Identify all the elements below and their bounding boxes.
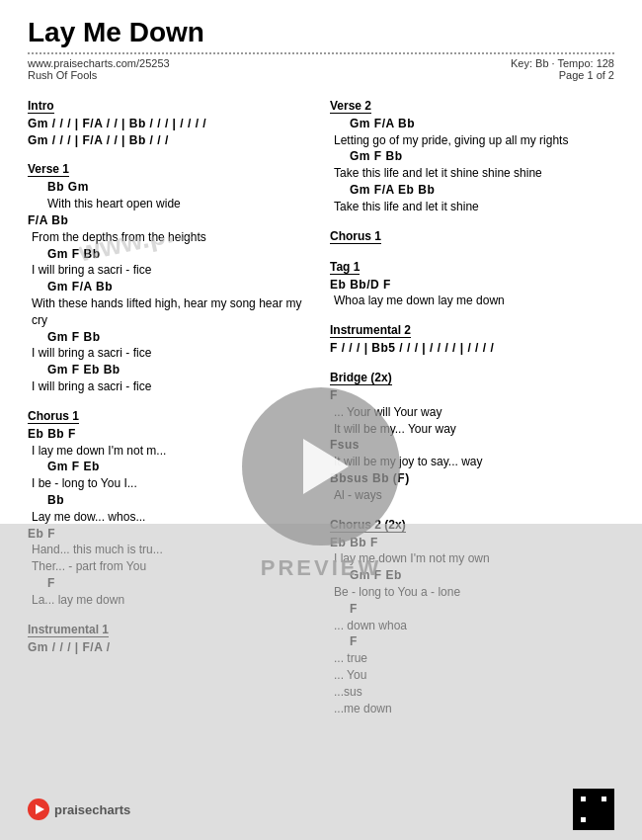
bridge-chord-1: F [330, 387, 614, 404]
ch2-lyric-4: ... true [330, 650, 614, 667]
footer-play-button[interactable] [28, 798, 49, 820]
section-bridge: Bridge (2x) F ... Your will Your way It … [330, 363, 614, 504]
section-verse2: Verse 2 Gm F/A Bb Letting go of my pride… [330, 91, 614, 215]
section-verse1: Verse 1 Bb Gm With this heart open wide … [28, 154, 312, 394]
bridge-lyric-1: ... Your will Your way [330, 404, 614, 421]
bridge-lyric-3: It will be my joy to say... way [330, 454, 614, 470]
verse1-title: Verse 1 [28, 162, 69, 177]
inst1-title: Instrumental 1 [28, 623, 109, 637]
intro-title: Intro [28, 99, 54, 114]
ch2-lyric-7: ...me down [330, 701, 614, 717]
v2-lyric-2: Take this life and let it shine shine sh… [330, 165, 614, 182]
meta-row: www.praisecharts.com/25253 Rush Of Fools… [28, 57, 614, 81]
tag1-title: Tag 1 [330, 260, 360, 275]
v2-lyric-3: Take this life and let it shine [330, 199, 614, 215]
ch1-lyric-1: I lay me down I'm not m... [28, 443, 312, 460]
inst2-title: Instrumental 2 [330, 323, 411, 338]
ch1-lyric-4: Hand... this much is tru... [28, 542, 312, 558]
section-instrumental2: Instrumental 2 F / / / | Bb5 / / / | / /… [330, 315, 614, 357]
chorus1-left-title: Chorus 1 [28, 409, 79, 424]
ch1-lyric-3: Lay me dow... whos... [28, 509, 312, 526]
page: Lay Me Down www.praisecharts.com/25253 R… [0, 0, 642, 840]
verse2-title: Verse 2 [330, 99, 371, 114]
ch1-chord-4: Eb F [28, 526, 312, 543]
footer: praisecharts [28, 789, 614, 830]
left-column: Intro Gm / / / | F/A / / | Bb / / / | / … [28, 91, 312, 723]
v1-lyric-3: I will bring a sacri - fice [28, 262, 312, 279]
chorus2-title: Chorus 2 (2x) [330, 518, 406, 533]
song-title: Lay Me Down [28, 18, 614, 48]
bridge-lyric-2: It will be my... Your way [330, 421, 614, 438]
v1-lyric-4: With these hands lifted high, hear my so… [28, 295, 312, 329]
right-column: Verse 2 Gm F/A Bb Letting go of my pride… [330, 91, 614, 723]
ch1-lyric-2: I be - long to You I... [28, 475, 312, 492]
bridge-chord-3: Bbsus Bb (F) [330, 470, 614, 487]
ch2-chord-4: F [330, 633, 614, 650]
v1-lyric-5: I will bring a sacri - fice [28, 345, 312, 362]
section-instrumental1: Instrumental 1 Gm / / / | F/A / [28, 615, 312, 656]
ch1-chord-1: Eb Bb F [28, 426, 312, 443]
bridge-title: Bridge (2x) [330, 371, 392, 385]
footer-play-icon [36, 804, 44, 814]
v2-chord-3: Gm F/A Eb Bb [330, 182, 614, 199]
ch2-lyric-3: ... down whoa [330, 618, 614, 634]
ch1-chord-3: Bb [28, 492, 312, 509]
v2-chord-1: Gm F/A Bb [330, 116, 614, 132]
qr-code [573, 789, 614, 830]
v1-chord-5: Gm F Bb [28, 329, 312, 346]
ch2-lyric-6: ...sus [330, 684, 614, 701]
v1-lyric-2: From the depths from the heights [28, 229, 312, 246]
v1-chord-3: Gm F Bb [28, 246, 312, 263]
ch2-chord-2: Gm F Eb [330, 567, 614, 584]
ch1-chord-5: F [28, 575, 312, 592]
v1-chord-4: Gm F/A Bb [28, 279, 312, 295]
ch2-chord-3: F [330, 601, 614, 618]
inst1-chord: Gm / / / | F/A / [28, 639, 312, 656]
tag1-chord: Eb Bb/D F [330, 277, 614, 294]
v1-chord-1: Bb Gm [28, 179, 312, 196]
ch1-lyric-6: La... lay me down [28, 592, 312, 609]
v2-lyric-1: Letting go of my pride, giving up all my… [330, 132, 614, 149]
v1-chord-6: Gm F Eb Bb [28, 362, 312, 378]
tag1-lyric: Whoa lay me down lay me down [330, 293, 614, 309]
title-divider [28, 52, 614, 54]
ch1-lyric-5: Ther... - part from You [28, 558, 312, 575]
url: www.praisecharts.com/25253 [28, 57, 170, 69]
footer-brand-name: praisecharts [54, 802, 130, 817]
page-number: Page 1 of 2 [559, 69, 614, 81]
v2-chord-2: Gm F Bb [330, 148, 614, 165]
ch2-chord-1: Eb Bb F [330, 535, 614, 551]
intro-chord-2: Gm / / / | F/A / / | Bb / / / [28, 132, 312, 149]
artist: Rush Of Fools [28, 69, 97, 81]
section-tag1: Tag 1 Eb Bb/D F Whoa lay me down lay me … [330, 252, 614, 310]
v1-lyric-6: I will bring a sacri - fice [28, 378, 312, 395]
section-intro: Intro Gm / / / | F/A / / | Bb / / / | / … [28, 91, 312, 149]
intro-chord-1: Gm / / / | F/A / / | Bb / / / | / / / / [28, 116, 312, 132]
ch2-lyric-5: ... You [330, 667, 614, 684]
url-artist: www.praisecharts.com/25253 Rush Of Fools [28, 57, 170, 81]
inst2-chord: F / / / | Bb5 / / / | / / / / | / / / / [330, 340, 614, 357]
key-tempo: Key: Bb · Tempo: 128 [511, 57, 614, 69]
content-columns: Intro Gm / / / | F/A / / | Bb / / / | / … [28, 91, 614, 723]
footer-logo: praisecharts [28, 798, 130, 820]
bridge-chord-2: Fsus [330, 437, 614, 454]
ch2-lyric-2: Be - long to You a - lone [330, 584, 614, 601]
ch2-lyric-1: I lay me down I'm not my own [330, 550, 614, 567]
section-chorus1-left: Chorus 1 Eb Bb F I lay me down I'm not m… [28, 401, 312, 609]
bridge-lyric-4: Al - ways [330, 487, 614, 504]
ch1-chord-2: Gm F Eb [28, 459, 312, 475]
section-chorus2: Chorus 2 (2x) Eb Bb F I lay me down I'm … [330, 510, 614, 717]
v1-lyric-1: With this heart open wide [28, 196, 312, 212]
chorus1-right-title: Chorus 1 [330, 229, 381, 244]
key-page: Key: Bb · Tempo: 128 Page 1 of 2 [511, 57, 614, 81]
v1-chord-2: F/A Bb [28, 212, 312, 229]
section-chorus1-right: Chorus 1 [330, 221, 614, 246]
